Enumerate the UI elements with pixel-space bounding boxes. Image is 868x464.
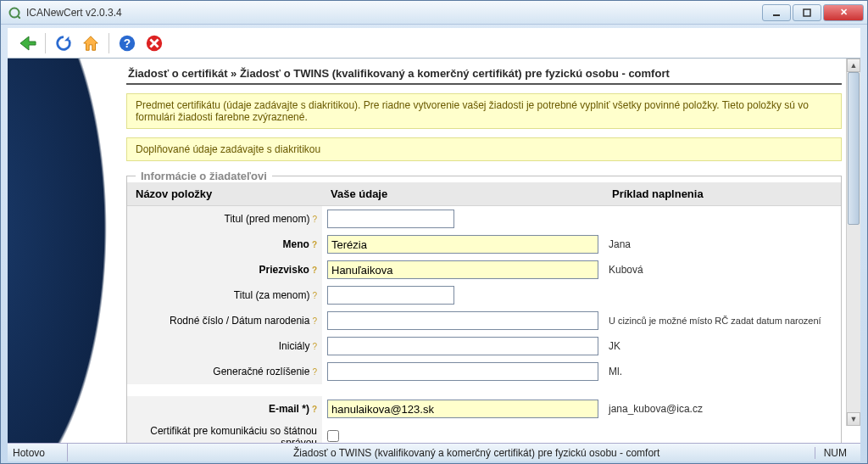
example-first-name: Jana (604, 232, 841, 257)
label-cert-gov: Certifikát pre komunikáciu so štátnou sp… (127, 422, 322, 443)
notice-required-fields: Predmet certifikátu (údaje zadávajte s d… (126, 93, 842, 129)
input-last-name[interactable] (327, 260, 598, 279)
example-title-after (604, 282, 841, 308)
svg-point-0 (10, 8, 19, 17)
input-initials[interactable] (327, 337, 598, 355)
col-example-header: Príklad naplnenia (604, 182, 841, 206)
applicant-info-fieldset: Informácie o žiadateľovi Názov položky V… (126, 170, 842, 443)
home-button[interactable] (78, 31, 103, 56)
help-icon[interactable]: ? (312, 240, 317, 249)
label-title-before: Titul (pred menom)? (127, 206, 322, 232)
notice-diacritics: Doplňované údaje zadávajte s diakritikou (126, 137, 842, 161)
stop-button[interactable] (142, 31, 167, 56)
refresh-button[interactable] (51, 31, 76, 56)
status-mid: Žiadosť o TWINS (kvalifikovaný a komerčn… (73, 447, 815, 459)
example-email: jana_kubova@ica.cz (604, 396, 841, 422)
help-icon[interactable]: ? (312, 316, 317, 326)
input-birth-number[interactable] (327, 311, 598, 330)
svg-rect-3 (804, 9, 810, 16)
toolbar: ? (8, 28, 860, 59)
example-birth-number: U cizinců je možné místo RČ zadat datum … (604, 308, 841, 333)
col-value-header: Vaše údaje (322, 182, 604, 206)
help-icon[interactable]: ? (312, 215, 317, 224)
fieldset-legend: Informácie o žiadateľovi (136, 170, 272, 182)
label-initials: Iniciály? (127, 333, 322, 359)
back-button[interactable] (14, 31, 40, 56)
app-icon (8, 6, 21, 20)
input-title-after[interactable] (327, 286, 454, 305)
help-icon[interactable]: ? (312, 405, 317, 414)
label-first-name: Meno? (127, 232, 322, 257)
help-icon[interactable]: ? (312, 342, 317, 351)
label-birth-number: Rodné číslo / Dátum narodenia? (127, 308, 322, 333)
window-minimize-button[interactable] (762, 4, 791, 21)
example-last-name: Kubová (604, 257, 841, 282)
input-title-before[interactable] (327, 210, 454, 228)
content-area: Žiadosť o certifikát » Žiadosť o TWINS (… (8, 59, 860, 443)
form-area: Žiadosť o certifikát » Žiadosť o TWINS (… (126, 64, 845, 443)
decorative-curve (8, 59, 126, 443)
col-label-header: Názov položky (127, 182, 322, 206)
help-icon[interactable]: ? (312, 367, 317, 377)
input-generation[interactable] (327, 362, 598, 381)
help-button[interactable]: ? (114, 31, 140, 56)
example-initials: JK (604, 333, 841, 359)
status-left: Hotovo (13, 447, 62, 459)
input-first-name[interactable] (327, 235, 598, 254)
label-last-name: Priezvisko? (127, 257, 322, 282)
input-email[interactable] (327, 400, 598, 418)
scroll-thumb[interactable] (848, 72, 860, 225)
window-title: ICANewCert v2.0.3.4 (26, 7, 760, 19)
scroll-down-arrow-icon[interactable]: ▼ (847, 412, 860, 426)
window-titlebar: ICANewCert v2.0.3.4 ✕ (1, 1, 867, 25)
example-generation: Ml. (604, 359, 841, 384)
checkbox-cert-gov[interactable] (327, 430, 339, 442)
scroll-up-arrow-icon[interactable]: ▲ (847, 59, 860, 72)
status-numlock: NUM (815, 447, 855, 459)
svg-text:?: ? (124, 36, 131, 49)
svg-line-1 (18, 16, 20, 19)
window-maximize-button[interactable] (793, 4, 821, 21)
breadcrumb: Žiadosť o certifikát » Žiadosť o TWINS (… (126, 64, 842, 85)
window-close-button[interactable]: ✕ (823, 4, 864, 21)
label-email: E-mail *)? (127, 396, 322, 422)
label-generation: Generačné rozlíšenie? (127, 359, 322, 384)
help-icon[interactable]: ? (312, 266, 317, 275)
label-title-after: Titul (za menom)? (127, 282, 322, 308)
help-icon[interactable]: ? (312, 291, 317, 300)
status-bar: Hotovo Žiadosť o TWINS (kvalifikovaný a … (8, 443, 860, 461)
example-title-before (604, 206, 841, 232)
vertical-scrollbar[interactable]: ▲ ▼ (846, 59, 860, 426)
